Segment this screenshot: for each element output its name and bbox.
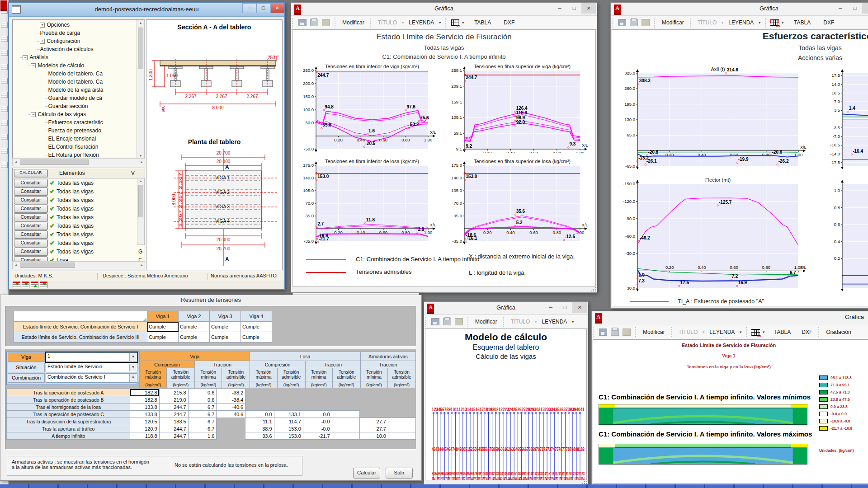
leyenda-button[interactable]: LEYENDA [706,328,738,337]
summary-cell[interactable]: Cumple [179,332,210,343]
value-cell[interactable] [274,404,303,411]
column-header[interactable]: Viga 3 [210,311,241,322]
modificar-button[interactable]: Modificar [339,18,368,27]
value-cell[interactable]: 219.0 [159,396,188,404]
sidebar-tool-icon[interactable] [1,148,8,154]
tree-item[interactable]: ┈EL Rotura por flexión [14,151,137,158]
tree-item[interactable]: ┈Fuerza de pretensado [14,127,137,135]
consultar-button[interactable]: Consultar [14,239,47,247]
value-cell[interactable] [217,432,245,440]
sidebar-tool-icon[interactable] [1,22,8,28]
consultar-button[interactable]: Consultar [14,179,47,187]
summary-cell[interactable]: Cumple [241,332,272,343]
value-cell[interactable]: 133.1 [274,411,303,418]
value-cell[interactable] [359,404,388,411]
summary-cell[interactable]: Cumple [147,322,179,332]
minimize-icon[interactable]: ─ [543,302,558,313]
print-icon[interactable] [310,19,318,26]
minimize-icon[interactable]: ─ [552,3,567,14]
tree-item[interactable]: ┈−Análisis [14,53,137,61]
expand-icon[interactable]: + [40,23,45,28]
table-insert-icon[interactable] [13,282,20,288]
row-up-icon[interactable] [31,282,38,288]
value-cell[interactable] [303,404,332,411]
sidebar-tool-icon[interactable] [1,64,8,70]
titlebar[interactable]: A Gráfica ─ □ ✕ [611,3,868,16]
consultar-button[interactable]: Consultar [14,188,47,196]
value-cell[interactable] [388,425,415,432]
leyenda-button[interactable]: LEYENDA [406,18,437,27]
save-icon[interactable] [618,19,626,26]
titulo-button[interactable]: TÍTULO [508,317,533,326]
consultar-button[interactable]: Consultar [14,196,47,204]
leyenda-button[interactable]: LEYENDA [538,317,570,326]
value-cell[interactable] [332,404,359,411]
tree-item[interactable]: ┈−Cálculo de las vigas [14,110,137,118]
value-cell[interactable]: 215.8 [159,389,188,396]
grid-settings-icon[interactable]: 0,0 [751,329,760,336]
tree-item[interactable]: ┈Activación de cálculos [14,45,137,53]
leyenda-button[interactable]: LEYENDA [725,18,757,27]
value-cell[interactable]: -21.7 [303,432,332,440]
dxf-button[interactable]: DXF [500,18,518,27]
value-cell[interactable]: 133.8 [130,411,159,418]
titulo-button[interactable]: TÍTULO [675,328,701,337]
sidebar-tool-icon[interactable] [1,106,8,112]
value-cell[interactable] [359,411,388,418]
print-icon[interactable] [611,328,619,336]
titlebar[interactable]: demo4-postesado-recrecidoalmas-eeuu ─ ▢ … [9,3,284,17]
dropdown-viga[interactable]: 1▼ [46,352,137,362]
value-cell[interactable] [332,411,359,418]
value-cell[interactable]: 244.7 [159,404,188,411]
value-cell[interactable]: 182.8 [130,389,159,396]
tree-item[interactable]: ┈−Modelos de cálculo [14,61,137,70]
print-icon[interactable] [630,19,638,26]
value-cell[interactable] [245,404,274,411]
value-cell[interactable]: 244.7 [159,432,188,440]
summary-cell[interactable]: Cumple [241,322,272,332]
tree-item[interactable]: ┈+Opciones [14,21,137,29]
value-cell[interactable]: -0.0 [303,425,332,432]
chevron-down-icon[interactable]: ▼ [129,374,137,382]
value-cell[interactable] [245,396,274,404]
modificar-button[interactable]: Modificar [659,18,687,27]
value-cell[interactable] [388,396,415,404]
value-cell[interactable]: 183.5 [159,418,188,425]
value-cell[interactable]: 120.9 [130,425,159,432]
dxf-button[interactable]: DXF [798,328,816,337]
value-cell[interactable]: 6.7 [188,425,217,432]
tree-item[interactable]: ┈Prueba de carga [14,29,137,37]
value-cell[interactable] [274,389,303,396]
value-cell[interactable] [332,425,359,432]
tabla-button[interactable]: TABLA [771,328,794,337]
maximize-icon[interactable]: □ [848,3,862,14]
resize-grip[interactable] [591,286,596,292]
minimize-icon[interactable]: ─ [833,3,848,14]
value-cell[interactable] [217,425,245,432]
sidebar-tool-icon[interactable] [1,92,8,98]
grid-settings-icon[interactable]: 0,0 [770,19,779,26]
value-cell[interactable]: 6.7 [188,418,217,425]
value-cell[interactable] [359,389,388,396]
value-cell[interactable]: -0.0 [303,418,332,425]
maximize-icon[interactable]: □ [558,302,572,313]
value-cell[interactable]: 27.7 [359,425,388,432]
close-icon[interactable]: ✕ [270,3,284,13]
column-header[interactable]: Viga 2 [179,311,210,322]
value-cell[interactable]: 153.0 [274,425,303,432]
collapse-icon[interactable]: − [31,63,36,68]
tree-item[interactable]: ┈Modelo del tablero. Ca [14,78,137,86]
consultar-button[interactable]: Consultar [14,230,47,239]
dropdown-combinación[interactable]: Combinación de Servicio I▼ [46,373,137,383]
table-export-icon[interactable] [22,282,29,288]
value-cell[interactable]: 118.8 [130,432,159,440]
tree-item[interactable]: ┈Guardar sección [14,102,137,110]
tabla-button[interactable]: TABLA [471,18,494,27]
chevron-down-icon[interactable]: ▼ [129,353,137,361]
summary-cell[interactable]: Cumple [147,332,179,343]
gradacion-button[interactable]: Gradación [823,328,854,337]
titlebar[interactable]: A Gráfica ─ □ ✕ [424,302,588,315]
modificar-button[interactable]: Modificar [640,328,668,337]
salir-button[interactable]: Salir [386,468,413,479]
value-cell[interactable]: -40.6 [217,411,245,418]
